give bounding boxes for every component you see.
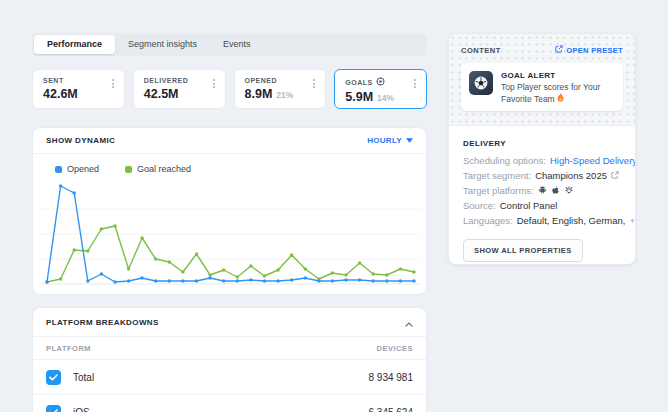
goal-alert-card[interactable]: GOAL ALERT Top Player scores for Your Fa… [461,63,623,111]
target-segment-value: Champions 2025 [535,170,607,181]
legend-item-goal-reached: Goal reached [125,164,191,174]
tab-segment-insights[interactable]: Segment insights [115,35,210,54]
chart-legend: Opened Goal reached [55,164,191,174]
kebab-menu-icon[interactable] [412,77,418,90]
goal-alert-text: Top Player scores for Your Favorite Team [501,82,615,106]
goal-legend-chip [125,166,132,173]
stat-card-sent[interactable]: SENT 42.6M [32,69,125,109]
languages-more-count[interactable]: +12 [629,215,636,226]
scheduling-value-link[interactable]: High-Speed Delivery [550,155,636,166]
table-row-ios: iOS 6 345 624 [33,395,426,412]
stat-label: SENT [43,77,117,84]
column-devices: DEVICES [377,344,413,353]
stat-label: GOALS [345,77,419,87]
platform-name: Total [73,372,94,383]
target-segment-row: Target segment: Champions 2025 [463,168,621,183]
content-title: CONTENT [461,46,501,55]
stat-value: 5.9M [345,90,373,104]
stat-value: 42.5M [144,87,179,101]
delivery-section: DELIVERY Scheduling options: High-Speed … [449,126,635,262]
external-link-icon[interactable] [611,170,619,181]
tabs-bar: Performance Segment insights Events [32,33,427,56]
stat-percent: 21% [276,90,293,100]
devices-count: 8 934 981 [369,372,414,383]
goal-icon [376,77,385,87]
source-value: Control Panel [500,200,558,211]
stat-card-goals[interactable]: GOALS 5.9M 14% [334,69,427,109]
platform-breakdowns-title: PLATFORM BREAKDOWNS [46,318,159,327]
external-link-icon [555,45,563,55]
platform-breakdowns-card: PLATFORM BREAKDOWNS PLATFORM DEVICES Tot… [32,307,427,412]
table-row-total: Total 8 934 981 [33,360,426,395]
stat-value: 42.6M [43,87,78,101]
kebab-menu-icon[interactable] [110,77,116,90]
collapse-chevron-up-icon[interactable] [405,313,413,331]
stats-row: SENT 42.6M DELIVERED 42.5M OPENED 8.9M 2… [32,69,427,109]
tab-events[interactable]: Events [210,35,264,54]
legend-item-opened: Opened [55,164,99,174]
stat-percent: 14% [377,93,394,103]
dynamics-chart [41,180,420,290]
open-preset-link[interactable]: OPEN PRESET [555,45,623,55]
languages-value: Default, English, German, [517,215,626,226]
soccer-ball-icon [469,71,493,95]
show-all-properties-button[interactable]: SHOW ALL PROPERTIES [463,239,583,262]
stat-label: DELIVERED [144,77,218,84]
campaign-details-panel: CONTENT OPEN PRESET GOAL ALERT Top Playe… [448,33,636,265]
android-icon [538,185,547,196]
dynamics-card: SHOW DYNAMIC HOURLY Opened Goal reached [32,127,427,295]
table-column-headers: PLATFORM DEVICES [33,337,426,360]
platform-name: iOS [73,407,90,412]
tab-performance[interactable]: Performance [34,35,115,54]
interval-dropdown[interactable]: HOURLY [367,136,413,145]
stat-value: 8.9M [245,87,273,101]
kebab-menu-icon[interactable] [211,77,217,90]
devices-count: 6 345 624 [369,407,414,412]
fire-icon [557,94,564,104]
kebab-menu-icon[interactable] [311,77,317,90]
stat-label: OPENED [245,77,319,84]
column-platform: PLATFORM [46,344,91,353]
huawei-icon [564,185,574,196]
opened-legend-chip [55,166,62,173]
target-platforms-row: Target platforms: [463,183,621,198]
languages-row: Languages: Default, English, German, +12 [463,213,621,228]
chevron-down-icon [406,136,413,145]
ios-checkbox[interactable] [46,405,61,412]
stat-card-opened[interactable]: OPENED 8.9M 21% [234,69,327,109]
goal-alert-title: GOAL ALERT [501,71,615,80]
total-checkbox[interactable] [46,370,61,385]
scheduling-options-row: Scheduling options: High-Speed Delivery [463,153,621,168]
delivery-title: DELIVERY [463,139,621,148]
content-section: CONTENT OPEN PRESET GOAL ALERT Top Playe… [449,34,635,126]
dynamics-title: SHOW DYNAMIC [46,136,115,145]
stat-card-delivered[interactable]: DELIVERED 42.5M [133,69,226,109]
apple-icon [551,185,560,197]
source-row: Source: Control Panel [463,198,621,213]
